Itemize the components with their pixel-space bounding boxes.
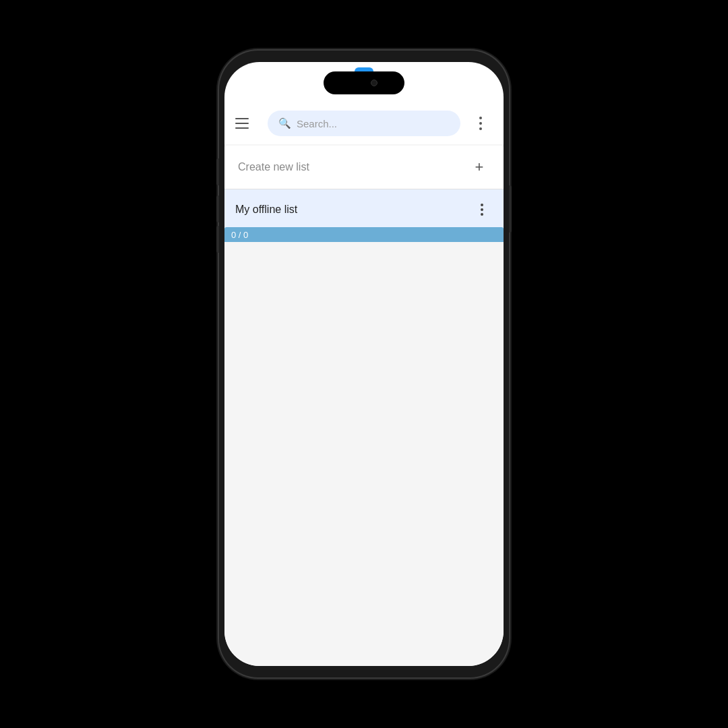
menu-button[interactable]: [235, 111, 260, 135]
list-section: Create new list + My offline list: [224, 146, 504, 242]
create-new-list-button[interactable]: +: [468, 156, 490, 178]
create-new-list-label: Create new list: [238, 161, 309, 173]
list-more-dot-3: [481, 213, 483, 216]
search-icon: 🔍: [278, 117, 291, 129]
content-area: 🔍 Search... Create new list +: [224, 102, 504, 666]
search-bar[interactable]: 🔍 Search...: [268, 111, 460, 136]
more-dot-3: [479, 127, 482, 130]
search-placeholder: Search...: [297, 118, 337, 129]
menu-line-1: [235, 118, 249, 119]
camera-dot: [371, 80, 377, 86]
menu-line-3: [235, 127, 249, 129]
list-more-dot-1: [481, 204, 483, 206]
phone-frame: 🔍 Search... Create new list +: [219, 51, 509, 677]
top-bar: 🔍 Search...: [224, 102, 504, 144]
list-item-header: My offline list: [235, 199, 493, 227]
list-progress-bar: 0 / 0: [224, 227, 504, 242]
more-dot-1: [479, 117, 482, 119]
progress-text: 0 / 0: [231, 230, 248, 240]
offline-list-item[interactable]: My offline list 0 / 0: [224, 189, 504, 242]
create-new-list-row[interactable]: Create new list +: [224, 146, 504, 189]
dynamic-island: [324, 71, 404, 94]
menu-line-2: [235, 123, 249, 124]
header-more-button[interactable]: [468, 111, 493, 135]
list-title: My offline list: [235, 204, 297, 216]
list-more-dot-2: [481, 208, 483, 211]
list-more-button[interactable]: [471, 199, 493, 220]
plus-icon: +: [475, 158, 484, 176]
more-dot-2: [479, 122, 482, 125]
phone-screen: 🔍 Search... Create new list +: [224, 62, 504, 666]
